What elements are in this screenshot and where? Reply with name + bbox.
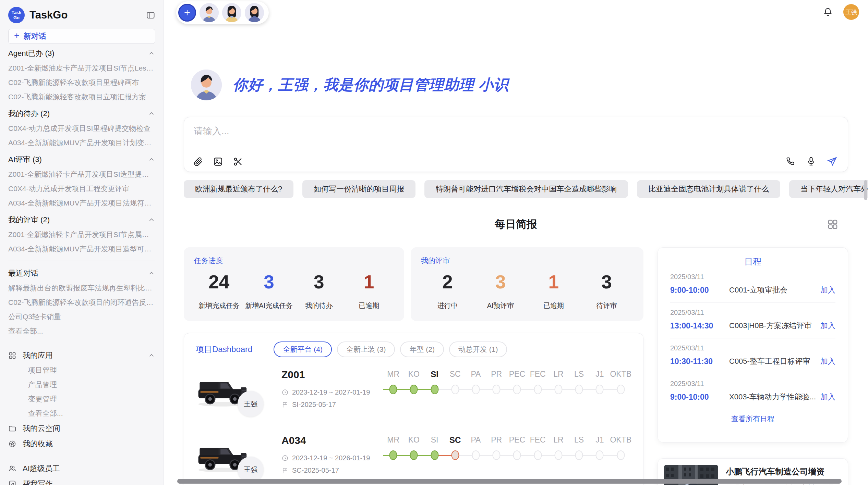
project-flag: SI-2025-05-17 — [281, 401, 383, 409]
suggestion-chip[interactable]: 如何写一份清晰的项目周报 — [302, 180, 415, 198]
schedule-meeting-title: C005-整车工程目标评审 — [729, 356, 820, 366]
project-row[interactable]: 王强A0342023-12-19 ~ 2026-01-19SC-2025-05-… — [196, 434, 631, 485]
chevron-up-icon[interactable] — [148, 270, 155, 277]
schedule-join-link[interactable]: 加入 — [820, 285, 835, 295]
daily-briefing-title: 每日简报 — [495, 218, 537, 230]
notification-bell-icon[interactable] — [823, 7, 833, 17]
my-apps-label: 我的应用 — [23, 350, 142, 361]
milestone-dot — [472, 450, 480, 460]
stat-value: 3 — [294, 271, 344, 293]
sidebar-tool-write[interactable]: 帮我写作 — [8, 476, 155, 485]
assistant-avatar-1[interactable] — [200, 3, 219, 22]
sidebar-task-item[interactable]: A034-全新新能源MUV产品开发项目造型可行性评审 — [8, 242, 155, 256]
sidebar-task-item[interactable]: C02-飞腾新能源轻客改款项目里程碑画布 — [8, 75, 155, 90]
milestone-dot-zone — [445, 448, 466, 463]
recent-section-header[interactable]: 最近对话 — [8, 265, 155, 281]
sidebar-task-item[interactable]: Z001-全新燃油轻卡产品开发项目SI造型提交物评审 — [8, 167, 155, 182]
divider — [8, 343, 155, 343]
dashboard-tab[interactable]: 动总开发 (1) — [449, 341, 507, 357]
project-info: Z0012023-12-19 ~ 2027-01-19SI-2025-05-17 — [281, 368, 383, 423]
milestone-dot — [596, 385, 604, 394]
milestone-dot — [575, 450, 583, 460]
project-row[interactable]: 王强Z0012023-12-19 ~ 2027-01-19SI-2025-05-… — [196, 368, 631, 423]
suggestion-chip[interactable]: 欧洲新规最近颁布了什么? — [184, 180, 293, 198]
image-icon[interactable] — [213, 157, 223, 167]
user-avatar[interactable]: 王强 — [843, 4, 859, 20]
scissors-icon[interactable] — [233, 157, 243, 167]
milestone-label: LS — [569, 435, 589, 448]
sidebar-task-item[interactable]: A034-全新新能源MUV产品开发项目法规符合性评审 — [8, 196, 155, 210]
chevron-up-icon[interactable] — [148, 352, 155, 359]
suggestion-chip[interactable]: 当下年轻人对汽车外观有怎样的喜好趋势 — [789, 180, 868, 198]
app-item[interactable]: 变更管理 — [8, 392, 155, 406]
dashboard-tab[interactable]: 全新平台 (4) — [274, 341, 332, 357]
assistant-avatar-2[interactable] — [222, 3, 241, 22]
sidebar-task-item[interactable]: C02-飞腾新能源轻客改款项目立项汇报方案 — [8, 90, 155, 104]
suggestion-chip[interactable]: 特朗普可能对进口汽车增税会对中国车企造成哪些影响 — [424, 180, 628, 198]
recent-conversation-item[interactable]: C02-飞腾新能源轻客改款项目的闭环通告反馈情况 — [8, 295, 155, 310]
apps-view-all[interactable]: 查看全部... — [8, 406, 155, 421]
sidebar-section-header[interactable]: 我的待办 (2) — [8, 106, 155, 121]
app-item[interactable]: 产品管理 — [8, 377, 155, 392]
recent-view-all[interactable]: 查看全部... — [8, 324, 155, 338]
suggestion-chip[interactable]: 比亚迪全固态电池计划具体说了什么 — [637, 180, 780, 198]
sidebar-task-item[interactable]: C0X4-动力总成开发项目SI里程碑提交物检查 — [8, 121, 155, 136]
milestone-dot — [451, 450, 459, 460]
sidebar-section-header[interactable]: AI评审 (3) — [8, 152, 155, 167]
chevron-up-icon[interactable] — [148, 110, 155, 117]
layout-grid-icon[interactable] — [827, 219, 839, 230]
sidebar-section-title: AI评审 (3) — [8, 154, 42, 165]
vertical-scrollbar[interactable] — [864, 180, 867, 200]
send-icon[interactable] — [827, 156, 837, 167]
microphone-icon[interactable] — [806, 156, 816, 166]
recent-conversation-item[interactable]: 解释最新出台的欧盟报废车法规再生塑料比例被调至15%... — [8, 281, 155, 295]
milestone-dot — [617, 450, 625, 460]
app-item[interactable]: 项目管理 — [8, 363, 155, 377]
sidebar-collapse-icon[interactable] — [146, 11, 155, 20]
sidebar-task-item[interactable]: C0X4-动力总成开发项目工程变更评审 — [8, 182, 155, 196]
dashboard-tab[interactable]: 年型 (2) — [400, 341, 444, 357]
milestone-dot-zone — [569, 383, 589, 398]
schedule-join-link[interactable]: 加入 — [820, 356, 835, 366]
sidebar-task-item[interactable]: Z001-全新燃油轻卡产品开发项目SI节点属性5D文件评审 — [8, 227, 155, 242]
schedule-title: 日程 — [670, 256, 835, 267]
folder-icon — [8, 424, 16, 433]
sidebar-item-favorites[interactable]: 我的收藏 — [8, 436, 155, 451]
schedule-view-all[interactable]: 查看所有日程 — [670, 414, 835, 424]
chevron-up-icon[interactable] — [148, 156, 155, 163]
milestone-dot-zone — [548, 383, 569, 398]
horizontal-scrollbar[interactable] — [177, 479, 842, 484]
milestone-step: SI — [424, 370, 445, 423]
sidebar-task-item[interactable]: A034-全新新能源MUV产品开发项目计划变更表编写 — [8, 136, 155, 150]
milestone-step: LS — [569, 370, 589, 423]
milestone-dot-zone — [569, 448, 589, 463]
chevron-up-icon[interactable] — [148, 50, 155, 57]
schedule-join-link[interactable]: 加入 — [820, 321, 835, 331]
chevron-up-icon[interactable] — [148, 216, 155, 224]
milestone-dot — [431, 450, 438, 460]
milestone-label: LR — [548, 435, 569, 448]
chat-input[interactable] — [194, 126, 838, 137]
sidebar-section-header[interactable]: 我的评审 (2) — [8, 212, 155, 227]
sidebar-tool-ai-staff[interactable]: AI超级员工 — [8, 461, 155, 476]
milestone-dot — [389, 450, 397, 460]
sidebar-task-item[interactable]: Z001-全新燃油皮卡产品开发项目SI节点Lesson Learn报告 — [8, 61, 155, 75]
new-chat-button[interactable]: + 新对话 — [8, 29, 155, 44]
composer-right-icons — [785, 156, 837, 167]
sidebar-section-header[interactable]: Agent已办 (3) — [8, 46, 155, 61]
add-assistant-button[interactable] — [178, 4, 196, 22]
phone-icon[interactable] — [785, 156, 796, 166]
sidebar-item-cloud-space[interactable]: 我的云空间 — [8, 421, 155, 436]
my-apps-header[interactable]: 我的应用 — [8, 348, 155, 363]
schedule-date: 2025/03/11 — [670, 309, 835, 316]
milestone-step: FEC — [528, 435, 548, 485]
recent-conversation-item[interactable]: 公司Q3轻卡销量 — [8, 310, 155, 324]
attachment-icon[interactable] — [193, 157, 203, 167]
greeting-text: 你好，王强，我是你的项目管理助理 小识 — [233, 75, 509, 95]
milestone-step: OKTB — [610, 435, 631, 485]
dashboard-tab[interactable]: 全新上装 (3) — [337, 341, 395, 357]
schedule-join-link[interactable]: 加入 — [820, 392, 835, 402]
milestone-step: KO — [403, 370, 424, 423]
assistant-avatar-3[interactable] — [245, 3, 264, 22]
milestone-label: SI — [424, 370, 445, 383]
